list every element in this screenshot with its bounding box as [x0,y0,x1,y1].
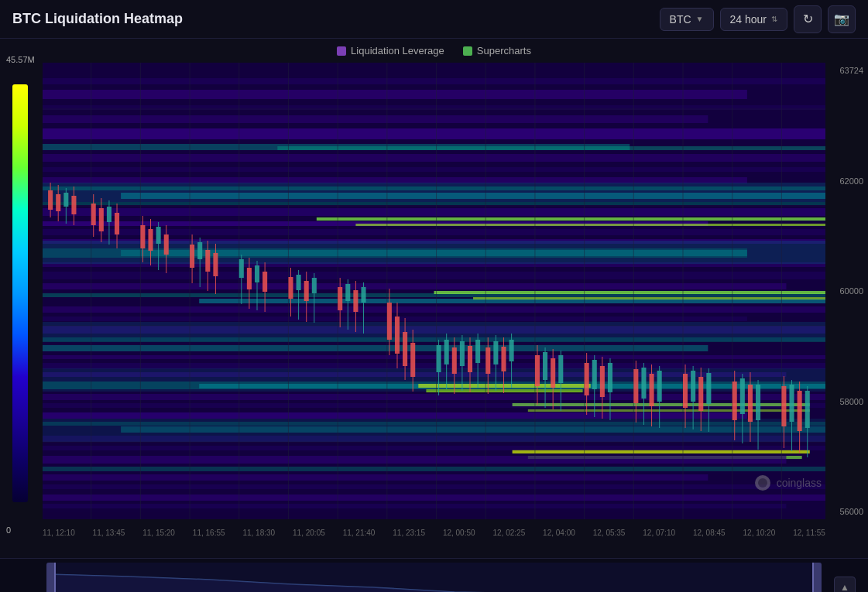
x-label-12: 12, 07:10 [643,529,675,537]
svg-rect-10 [43,177,747,183]
screenshot-button[interactable]: 📷 [828,5,856,33]
x-label-1: 11, 13:45 [93,529,125,537]
legend-label-liquidation: Liquidation Leverage [351,45,444,56]
x-label-0: 11, 12:10 [43,529,75,537]
svg-rect-30 [473,297,825,299]
watermark-text: coinglass [777,477,822,489]
svg-rect-9 [43,167,825,172]
chevron-up-down-icon: ⇅ [771,15,777,23]
y-label-62000: 62000 [830,176,863,186]
svg-rect-27 [43,306,825,313]
y-axis: 63724 62000 60000 58000 56000 [825,63,868,519]
svg-rect-13 [43,202,825,205]
svg-rect-46 [513,403,810,406]
svg-point-216 [758,478,767,488]
legend-label-supercharts: Supercharts [477,45,531,56]
svg-rect-41 [43,394,825,400]
legend-item-liquidation: Liquidation Leverage [337,45,444,56]
y-label-58000: 58000 [830,397,863,406]
asset-value: BTC [670,13,691,26]
svg-rect-56 [43,494,825,501]
refresh-button[interactable]: ↻ [794,5,822,33]
svg-rect-55 [43,484,825,489]
svg-rect-17 [355,224,825,226]
x-label-6: 11, 21:40 [343,529,376,537]
chevron-down-icon: ▼ [696,15,704,23]
timeframe-selector[interactable]: 24 hour ⇅ [720,8,787,31]
legend-color-liquidation [337,46,346,56]
svg-rect-5 [43,128,825,139]
y-label-56000: 56000 [830,507,863,516]
x-label-2: 11, 15:20 [142,529,175,537]
coinglass-logo-icon [753,474,772,492]
x-label-8: 12, 00:50 [443,529,475,537]
svg-rect-58 [43,512,825,519]
minimap[interactable]: ▲ [0,558,868,592]
y-label-60000: 60000 [830,286,863,296]
x-label-9: 12, 02:25 [492,529,525,537]
svg-rect-23 [43,272,825,279]
color-scale: 45.57M 0 [0,63,43,558]
timeframe-value: 24 hour [730,13,767,26]
chevron-up-icon: ▲ [840,582,849,592]
page-title: BTC Liquidation Heatmap [12,11,660,27]
x-label-11: 12, 05:35 [593,529,626,537]
minimap-left-handle[interactable] [46,563,56,593]
color-scale-min: 0 [6,525,39,535]
x-label-3: 11, 16:55 [193,529,225,537]
svg-rect-60 [43,241,825,264]
svg-rect-52 [43,456,786,464]
svg-rect-29 [434,291,826,294]
legend-color-supercharts [463,46,472,56]
x-label-10: 12, 04:00 [543,529,575,537]
svg-rect-16 [317,217,825,221]
asset-selector[interactable]: BTC ▼ [660,8,714,31]
x-label-5: 11, 20:05 [293,529,325,537]
x-label-7: 11, 23:15 [393,529,425,537]
scroll-up-button[interactable]: ▲ [834,577,856,592]
header-controls: BTC ▼ 24 hour ⇅ ↻ 📷 [660,5,856,33]
camera-icon: 📷 [834,12,849,26]
color-scale-bar [12,84,28,502]
x-label-14: 12, 10:20 [743,529,776,537]
y-label-63724: 63724 [830,66,863,75]
x-label-15: 12, 11:55 [793,529,825,537]
svg-rect-43 [43,412,747,419]
svg-rect-53 [43,467,825,471]
svg-rect-47 [528,409,810,412]
svg-rect-24 [43,283,786,289]
chart-canvas[interactable]: coinglass 63724 62000 60000 58000 56000 [43,63,868,519]
svg-rect-57 [43,504,786,508]
svg-rect-59 [43,183,825,202]
chart-area: 45.57M 0 [0,63,868,558]
minimap-content [46,563,822,593]
color-scale-max: 45.57M [6,55,39,64]
svg-rect-33 [43,345,708,351]
minimap-svg [46,563,822,593]
x-label-13: 12, 08:45 [693,529,726,537]
svg-rect-62 [43,368,825,392]
legend-item-supercharts: Supercharts [463,45,531,56]
svg-rect-61 [43,322,825,341]
svg-rect-28 [43,317,747,321]
refresh-icon: ↻ [803,12,813,26]
minimap-right-handle[interactable] [812,563,822,593]
svg-rect-7 [277,146,825,150]
legend: Liquidation Leverage Supercharts [0,39,868,63]
svg-rect-63 [43,419,825,442]
x-label-4: 11, 18:30 [242,529,275,537]
svg-rect-35 [43,363,825,369]
svg-rect-51 [43,446,825,450]
watermark: coinglass [753,474,822,492]
svg-rect-18 [43,229,825,235]
chart-wrapper: coinglass 63724 62000 60000 58000 56000 … [43,63,868,558]
svg-rect-34 [43,355,825,359]
svg-rect-14 [43,208,825,216]
svg-rect-4 [43,115,708,123]
svg-rect-2 [43,90,747,99]
heatmap-svg [43,63,825,519]
svg-rect-54 [43,474,708,481]
svg-rect-8 [43,154,825,162]
header: BTC Liquidation Heatmap BTC ▼ 24 hour ⇅ … [0,0,868,39]
svg-rect-1 [43,78,825,84]
